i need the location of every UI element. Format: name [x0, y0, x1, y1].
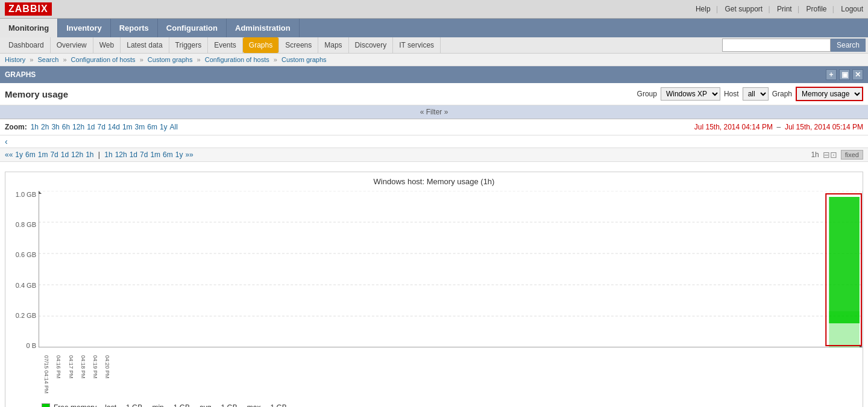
svg-rect-12 — [829, 197, 860, 323]
y-label-04gb: 0.4 GB — [16, 282, 36, 289]
breadcrumb-config-hosts[interactable]: Configuration of hosts — [71, 56, 136, 63]
expand-icon[interactable]: + — [826, 69, 837, 80]
zoom-7d[interactable]: 7d — [97, 123, 105, 131]
group-label: Group — [637, 90, 657, 98]
subnav-graphs[interactable]: Graphs — [243, 37, 279, 53]
legend-last-label: last — [105, 403, 116, 407]
logout-link[interactable]: Logout — [841, 5, 863, 13]
nav-fwd-1h[interactable]: 1h — [104, 151, 112, 159]
subnav-triggers[interactable]: Triggers — [169, 37, 209, 53]
period-back-links: «« 1y 6m 1m 7d 1d 12h 1h | 1h 12h 1d 7d … — [5, 151, 193, 159]
subnav-overview[interactable]: Overview — [51, 37, 93, 53]
legend-label: Free memory — [54, 403, 96, 407]
zoom-all[interactable]: All — [170, 123, 178, 131]
nav-back-12h[interactable]: 12h — [71, 151, 83, 159]
y-label-0b: 0 B — [26, 342, 36, 349]
nav-fwd-6m[interactable]: 6m — [163, 151, 173, 159]
nav-back-1h[interactable]: 1h — [86, 151, 93, 159]
section-title: GRAPHS — [5, 70, 36, 79]
zoom-1h[interactable]: 1h — [31, 123, 39, 131]
y-label-08gb: 0.8 GB — [16, 221, 36, 228]
breadcrumb-config-hosts-2[interactable]: Configuration of hosts — [205, 56, 269, 63]
close-section-icon[interactable]: ✕ — [852, 69, 863, 80]
graph-controls: Zoom: 1h 2h 3h 6h 12h 1d 7d 14d 1m 3m 6m… — [0, 119, 868, 135]
subnav-web[interactable]: Web — [93, 37, 121, 53]
profile-link[interactable]: Profile — [806, 5, 826, 13]
zoom-3m[interactable]: 3m — [135, 123, 145, 131]
nav-back-1y[interactable]: 1y — [15, 151, 23, 159]
search-button[interactable]: Search — [831, 39, 866, 52]
subnav-discovery[interactable]: Discovery — [349, 37, 394, 53]
nav-back-7d[interactable]: 7d — [50, 151, 58, 159]
subnav-dashboard[interactable]: Dashboard — [2, 37, 51, 53]
filter-controls: Group Windows XP Host all Graph Memory u… — [637, 87, 863, 101]
left-arrow-row: ‹ — [0, 135, 868, 148]
group-select[interactable]: Windows XP — [661, 87, 720, 101]
nav-back-6m[interactable]: 6m — [25, 151, 36, 159]
subnav-events[interactable]: Events — [208, 37, 243, 53]
nav-administration[interactable]: Administration — [227, 19, 300, 37]
breadcrumb-custom-graphs-2[interactable]: Custom graphs — [281, 56, 327, 63]
nav-inventory[interactable]: Inventory — [58, 19, 111, 37]
search-area: Search — [722, 39, 866, 52]
svg-rect-13 — [829, 311, 860, 347]
graph-select[interactable]: Memory usage — [796, 87, 863, 101]
slider-icon[interactable]: ⊟⊡ — [823, 150, 837, 160]
top-bar: ZABBIX Help | Get support | Print | Prof… — [0, 0, 868, 19]
nav-fwd-7d[interactable]: 7d — [140, 151, 148, 159]
subnav-maps[interactable]: Maps — [318, 37, 348, 53]
get-support-link[interactable]: Get support — [725, 5, 763, 13]
zoom-6m[interactable]: 6m — [147, 123, 157, 131]
subnav-latest-data[interactable]: Latest data — [121, 37, 169, 53]
nav-fwd-1d[interactable]: 1d — [130, 151, 137, 159]
section-icons: + ▣ ✕ — [826, 69, 863, 80]
legend-stats: last 1 GB min 1 GB avg 1 GB max 1 GB — [105, 403, 287, 407]
breadcrumb-custom-graphs[interactable]: Custom graphs — [148, 56, 193, 63]
breadcrumb-history[interactable]: History — [5, 56, 25, 63]
graph-container: Windows host: Memory usage (1h) 1.0 GB 0… — [5, 172, 863, 407]
breadcrumb-search[interactable]: Search — [37, 56, 58, 63]
nav-fwd-1y[interactable]: 1y — [175, 151, 183, 159]
zoom-1d[interactable]: 1d — [87, 123, 95, 131]
graph-title: Windows host: Memory usage (1h) — [5, 172, 863, 188]
zoom-2h[interactable]: 2h — [41, 123, 49, 131]
svg-text:04:20 PM: 04:20 PM — [104, 355, 110, 378]
legend-free-memory: Free memory last 1 GB min 1 GB avg 1 GB … — [42, 403, 858, 407]
zoom-6h[interactable]: 6h — [62, 123, 70, 131]
zoom-1y[interactable]: 1y — [160, 123, 168, 131]
fixed-badge: fixed — [841, 150, 863, 160]
nav-back-1d[interactable]: 1d — [61, 151, 69, 159]
svg-text:04:16 PM: 04:16 PM — [55, 355, 61, 378]
graph-label: Graph — [772, 90, 792, 98]
filter-bar[interactable]: « Filter » — [0, 105, 868, 119]
nav-monitoring[interactable]: Monitoring — [0, 19, 58, 37]
help-link[interactable]: Help — [696, 5, 711, 13]
legend-max-value: 1 GB — [270, 403, 286, 407]
nav-configuration[interactable]: Configuration — [158, 19, 227, 37]
host-select[interactable]: all — [743, 87, 769, 101]
main-nav: Monitoring Inventory Reports Configurati… — [0, 19, 868, 37]
nav-row: «« 1y 6m 1m 7d 1d 12h 1h | 1h 12h 1d 7d … — [0, 148, 868, 162]
legend-avg-label: avg — [200, 403, 211, 407]
legend-color-green — [42, 403, 50, 407]
zoom-1m[interactable]: 1m — [122, 123, 133, 131]
search-input[interactable] — [722, 39, 831, 52]
logo: ZABBIX — [5, 2, 52, 16]
zoom-14d[interactable]: 14d — [108, 123, 120, 131]
grid-icon[interactable]: ▣ — [839, 69, 850, 80]
subnav-it-services[interactable]: IT services — [393, 37, 441, 53]
nav-reports[interactable]: Reports — [111, 19, 158, 37]
nav-fwd-1m[interactable]: 1m — [150, 151, 160, 159]
nav-fwd-all[interactable]: »» — [185, 151, 193, 159]
nav-fwd-12h[interactable]: 12h — [115, 151, 127, 159]
subnav-screens[interactable]: Screens — [279, 37, 318, 53]
legend-min-label: min — [152, 403, 163, 407]
svg-text:04:17 PM: 04:17 PM — [68, 355, 74, 378]
nav-back-all[interactable]: «« — [5, 151, 13, 159]
print-link[interactable]: Print — [777, 5, 792, 13]
time-to: Jul 15th, 2014 05:14 PM — [785, 123, 863, 131]
left-arrow[interactable]: ‹ — [5, 137, 8, 146]
zoom-12h[interactable]: 12h — [72, 123, 84, 131]
nav-back-1m[interactable]: 1m — [38, 151, 48, 159]
zoom-3h[interactable]: 3h — [51, 123, 59, 131]
